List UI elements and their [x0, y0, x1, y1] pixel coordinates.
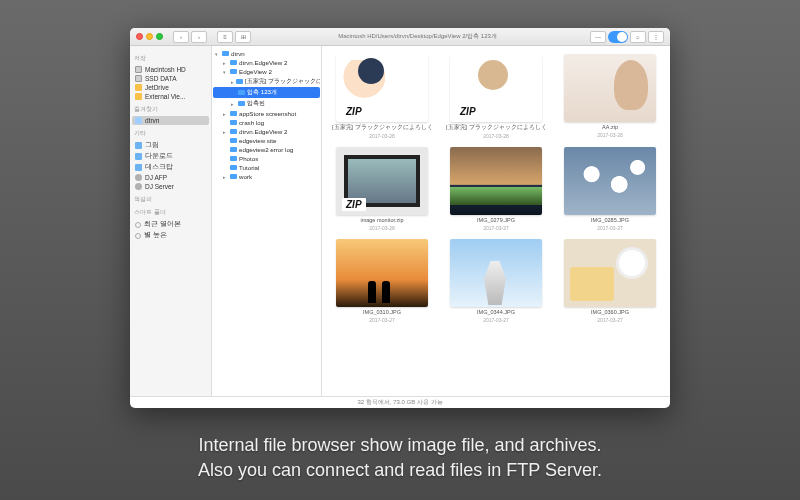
- tree-item[interactable]: ▸dtrvn.EdgeView 2: [213, 127, 320, 136]
- tree-root[interactable]: ▾dtrvn: [213, 49, 320, 58]
- tree-item-label: edgeview2 error log: [239, 146, 293, 153]
- status-bar: 32 항목에서, 73.0 GB 사용 가능: [130, 396, 670, 408]
- sidebar-item[interactable]: DJ AFP: [132, 173, 209, 182]
- view-grid-button[interactable]: ⊞: [235, 31, 251, 43]
- thumbnail-label: IMG_0310.JPG: [363, 309, 401, 315]
- disclosure-icon: ▸: [223, 129, 228, 135]
- tree-item[interactable]: ▸appStore screenshot: [213, 109, 320, 118]
- tree-item-label: dtrvn.EdgeView 2: [239, 59, 287, 66]
- action-button[interactable]: ⋯: [590, 31, 606, 43]
- thumbnail-date: 2017-03-27: [369, 317, 395, 323]
- thumbnail-label: IMG_0279.JPG: [477, 217, 515, 223]
- thumbnail-label: IMG_0285.JPG: [591, 217, 629, 223]
- zoom-icon[interactable]: [156, 33, 163, 40]
- tree-item-label: [五家完] ブラックジャックによろしく: [245, 77, 320, 86]
- toggle-switch[interactable]: [608, 31, 628, 43]
- tree-item[interactable]: ▸work: [213, 172, 320, 181]
- folder-icon: [135, 164, 142, 171]
- net-icon: [135, 183, 142, 190]
- folder-tree: ▾dtrvn▸dtrvn.EdgeView 2▾EdgeView 2▸[五家完]…: [212, 46, 322, 396]
- folder-icon: [238, 90, 245, 95]
- tree-item[interactable]: ▸압축된: [213, 98, 320, 109]
- sidebar-item-label: dtrvn: [145, 117, 159, 124]
- file-browser-window: ‹ › ≡ ⊞ Macintosh HD/Users/dtrvn/Desktop…: [130, 28, 670, 408]
- thumbnail-cell[interactable]: IMG_0279.JPG2017-03-27: [442, 147, 550, 231]
- thumbnail-cell[interactable]: ZIPimage monitor.zip2017-03-28: [328, 147, 436, 231]
- thumbnail-cell[interactable]: IMG_0360.JPG2017-03-27: [556, 239, 664, 323]
- tree-item-label: crash log: [239, 119, 264, 126]
- thumbnail-cell[interactable]: IMG_0285.JPG2017-03-27: [556, 147, 664, 231]
- thumbnail-date: 2017-03-28: [369, 133, 395, 139]
- thumbnail-image: ZIP: [336, 147, 428, 215]
- folder-icon: [230, 69, 237, 74]
- thumbnail-cell[interactable]: ZIP[五家完] ブラックジャックによろしく02.zip2017-03-28: [442, 54, 550, 139]
- minimize-icon[interactable]: [146, 33, 153, 40]
- tree-item-label: 압축 123개: [247, 88, 277, 97]
- tree-item[interactable]: ▸dtrvn.EdgeView 2: [213, 58, 320, 67]
- path-display: Macintosh HD/Users/dtrvn/Desktop/EdgeVie…: [255, 32, 580, 41]
- tag-icon: [135, 222, 141, 228]
- folder-icon: [135, 153, 142, 160]
- thumbnail-cell[interactable]: ZIP[五家完] ブラックジャックによろしく01.zip2017-03-28: [328, 54, 436, 139]
- folder-icon: [230, 138, 237, 143]
- sidebar-item[interactable]: DJ Server: [132, 182, 209, 191]
- disclosure-icon: ▸: [223, 174, 228, 180]
- sidebar-item[interactable]: 최근 열어본: [132, 219, 209, 230]
- settings-button[interactable]: ⋮: [648, 31, 664, 43]
- sidebar-item-label: External Vie...: [145, 93, 185, 100]
- forward-button[interactable]: ›: [191, 31, 207, 43]
- tree-item-label: EdgeView 2: [239, 68, 272, 75]
- close-icon[interactable]: [136, 33, 143, 40]
- thumbnail-label: image monitor.zip: [360, 217, 403, 223]
- tree-item[interactable]: ▾EdgeView 2: [213, 67, 320, 76]
- tree-item-label: Photos: [239, 155, 258, 162]
- folder-icon: [230, 147, 237, 152]
- zip-badge: ZIP: [342, 198, 366, 211]
- folder-icon: [230, 174, 237, 179]
- tree-item[interactable]: Tutorial: [213, 163, 320, 172]
- ext-icon: [135, 93, 142, 100]
- tree-item[interactable]: 압축 123개: [213, 87, 320, 98]
- thumbnail-cell[interactable]: IMG_0310.JPG2017-03-27: [328, 239, 436, 323]
- sidebar-item[interactable]: JetDrive: [132, 83, 209, 92]
- caption-line: Also you can connect and read files in F…: [0, 458, 800, 482]
- thumbnail-cell[interactable]: AA.zip2017-03-28: [556, 54, 664, 139]
- search-button[interactable]: ⌕: [630, 31, 646, 43]
- tree-item[interactable]: edgeview site: [213, 136, 320, 145]
- folder-icon: [230, 60, 237, 65]
- disclosure-icon: ▸: [231, 79, 234, 85]
- sidebar-item-label: Macintosh HD: [145, 66, 186, 73]
- sidebar-item-label: DJ AFP: [145, 174, 167, 181]
- folder-icon: [230, 111, 237, 116]
- sidebar-item-label: SSD DATA: [145, 75, 177, 82]
- sidebar-item[interactable]: 데스크탑: [132, 162, 209, 173]
- marketing-caption: Internal file browser show image file, a…: [0, 433, 800, 482]
- tree-item[interactable]: ▸[五家完] ブラックジャックによろしく: [213, 76, 320, 87]
- thumbnail-image: [564, 54, 656, 122]
- sidebar-item[interactable]: SSD DATA: [132, 74, 209, 83]
- view-list-button[interactable]: ≡: [217, 31, 233, 43]
- caption-line: Internal file browser show image file, a…: [0, 433, 800, 457]
- tree-item[interactable]: Photos: [213, 154, 320, 163]
- folder-icon: [135, 142, 142, 149]
- disclosure-icon: ▸: [231, 101, 236, 107]
- sidebar-item[interactable]: External Vie...: [132, 92, 209, 101]
- thumbnail-cell[interactable]: IMG_0344.JPG2017-03-27: [442, 239, 550, 323]
- disk-icon: [135, 75, 142, 82]
- sidebar-item[interactable]: 그림: [132, 140, 209, 151]
- tree-item-label: work: [239, 173, 252, 180]
- thumbnail-date: 2017-03-28: [483, 133, 509, 139]
- sidebar-item[interactable]: dtrvn: [132, 116, 209, 125]
- thumbnail-label: [五家完] ブラックジャックによろしく02.zip: [446, 124, 546, 131]
- sidebar-item[interactable]: Macintosh HD: [132, 65, 209, 74]
- tree-item[interactable]: crash log: [213, 118, 320, 127]
- ext-icon: [135, 84, 142, 91]
- sidebar-item[interactable]: 별 높은: [132, 230, 209, 241]
- sidebar-item-label: 다운로드: [145, 152, 173, 161]
- thumbnail-label: IMG_0360.JPG: [591, 309, 629, 315]
- sidebar-item[interactable]: 다운로드: [132, 151, 209, 162]
- tree-item[interactable]: edgeview2 error log: [213, 145, 320, 154]
- back-button[interactable]: ‹: [173, 31, 189, 43]
- sidebar-section-title: 저장: [134, 54, 207, 63]
- disclosure-icon: ▸: [223, 60, 228, 66]
